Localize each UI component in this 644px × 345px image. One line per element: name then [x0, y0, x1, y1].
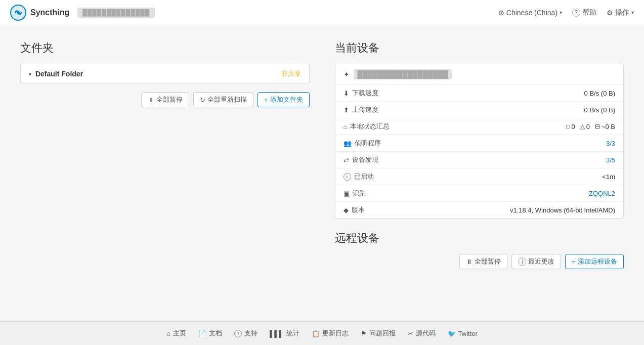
- device-id-text: ██████████████: [82, 9, 150, 16]
- footer-links: ⌂ 主页 📄 文档 ? 支持 ▌▌▌ 统计 📋 更新日志 ⚑ 问题回报 ✂ 源代…: [0, 329, 644, 338]
- home-status-icon: ⌂: [344, 123, 348, 131]
- actions-button[interactable]: ⚙ 操作 ▾: [607, 8, 634, 17]
- folder-status: 非共享: [281, 69, 301, 78]
- version-value: v1.18.4, Windows (64-bit Intel/AMD): [510, 206, 615, 214]
- brand: Syncthing: [10, 5, 69, 21]
- navbar: Syncthing ██████████████ ⊕ Chinese (Chin…: [0, 0, 644, 25]
- footer-stats-link[interactable]: ▌▌▌ 统计: [270, 329, 299, 338]
- pause-all-label: 全部暂停: [156, 95, 183, 104]
- footer-support-label: 支持: [244, 329, 257, 338]
- footer: ⌂ 主页 📄 文档 ? 支持 ▌▌▌ 统计 📋 更新日志 ⚑ 问题回报 ✂ 源代…: [0, 321, 644, 345]
- actions-chevron-icon: ▾: [631, 10, 634, 15]
- stats-icon: ▌▌▌: [270, 330, 284, 337]
- folder-name-text: Default Folder: [35, 70, 83, 78]
- footer-docs-label: 文档: [209, 329, 222, 338]
- footer-docs-link[interactable]: 📄 文档: [198, 329, 222, 338]
- footer-support-link[interactable]: ? 支持: [234, 329, 257, 338]
- recent-changes-button[interactable]: i 最近更改: [511, 254, 561, 269]
- syncthing-logo-icon: [10, 5, 26, 21]
- footer-twitter-link[interactable]: 🐦 Twitter: [448, 329, 478, 338]
- discovery-row: ⇄ 设备发现 3/5: [335, 152, 624, 168]
- docs-icon: 📄: [198, 330, 206, 337]
- add-folder-label: 添加文件夹: [270, 95, 303, 104]
- footer-stats-label: 统计: [286, 329, 299, 338]
- actions-label: 操作: [615, 8, 629, 17]
- recent-changes-label: 最近更改: [528, 257, 554, 266]
- dir-count: △ 0: [580, 123, 590, 131]
- remote-devices-title: 远程设备: [335, 231, 624, 246]
- clock-icon: ○: [344, 173, 351, 181]
- rescan-all-label: 全部重新扫描: [207, 95, 247, 104]
- add-remote-device-button[interactable]: + 添加远程设备: [565, 254, 624, 269]
- question-icon: ?: [572, 9, 580, 17]
- version-label: ◆ 版本: [344, 205, 365, 214]
- upload-icon: ⬆: [344, 106, 349, 114]
- add-folder-button[interactable]: + 添加文件夹: [257, 92, 310, 107]
- footer-home-label: 主页: [173, 329, 186, 338]
- uptime-label: ○ 已启动: [344, 172, 374, 181]
- footer-sourcecode-link[interactable]: ✂ 源代码: [408, 329, 436, 338]
- footer-sourcecode-label: 源代码: [416, 329, 436, 338]
- wrench-icon: ✦: [344, 70, 350, 78]
- folder-icon: ▪: [29, 70, 31, 78]
- pause-icon: ⏸: [148, 96, 154, 104]
- discovery-value[interactable]: 3/5: [606, 156, 615, 164]
- local-status-label: ⌂ 本地状态汇总: [344, 122, 390, 131]
- download-speed-row: ⬇ 下载速度 0 B/s (0 B): [335, 85, 624, 102]
- footer-changelog-label: 更新日志: [322, 329, 349, 338]
- chevron-down-icon: ▾: [560, 10, 562, 15]
- globe-icon: ⊕: [498, 9, 504, 17]
- svg-point-2: [17, 11, 20, 14]
- help-button[interactable]: ? 帮助: [572, 8, 596, 17]
- uptime-value: <1m: [602, 173, 615, 181]
- device-id-row: ▣ 识别 ZQQNL2: [335, 185, 624, 202]
- pause-remote-icon: ⏸: [466, 258, 473, 266]
- footer-home-link[interactable]: ⌂ 主页: [166, 329, 186, 338]
- changelog-icon: 📋: [312, 330, 320, 337]
- tag-icon: ◆: [344, 206, 349, 214]
- brand-name: Syncthing: [30, 8, 69, 17]
- add-remote-icon: +: [572, 258, 576, 266]
- rescan-icon: ↻: [200, 96, 205, 104]
- code-icon: ✂: [408, 330, 413, 337]
- upload-label: ⬆ 上传速度: [344, 105, 378, 114]
- listeners-icon: 👥: [344, 140, 352, 147]
- download-value: 0 B/s (0 B): [584, 90, 615, 97]
- folders-btn-group: ⏸ 全部暂停 ↻ 全部重新扫描 + 添加文件夹: [20, 92, 310, 107]
- local-status-row: ⌂ 本地状态汇总 □ 0 △ 0 ⊟ ~0 B: [335, 118, 624, 135]
- right-panel: 当前设备 ✦ ██████████████████ ⬇ 下载速度 0 B/s (…: [330, 40, 624, 306]
- language-selector[interactable]: ⊕ Chinese (China) ▾: [498, 9, 562, 17]
- gear-icon: ⚙: [607, 9, 613, 17]
- dir-icon: △: [580, 123, 585, 130]
- twitter-icon: 🐦: [448, 330, 456, 337]
- local-status-value: □ 0 △ 0 ⊟ ~0 B: [566, 123, 615, 131]
- discovery-icon: ⇄: [344, 156, 349, 164]
- remote-devices-btn-group: ⏸ 全部暂停 i 最近更改 + 添加远程设备: [335, 254, 624, 269]
- footer-bugreport-label: 问题回报: [369, 329, 396, 338]
- folders-panel: 文件夹 ▪ Default Folder 非共享 ⏸ 全部暂停 ↻ 全部重新扫描…: [20, 40, 330, 306]
- current-device-name: ██████████████████: [354, 69, 452, 79]
- current-device-title: 当前设备: [335, 40, 624, 56]
- folder-card: ▪ Default Folder 非共享: [20, 64, 310, 84]
- current-device-header: ✦ ██████████████████: [335, 64, 624, 85]
- version-row: ◆ 版本 v1.18.4, Windows (64-bit Intel/AMD): [335, 202, 624, 218]
- folder-header: ▪ Default Folder 非共享: [21, 64, 309, 83]
- id-icon: ▣: [344, 190, 350, 197]
- help-label: 帮助: [582, 8, 596, 17]
- device-id-value[interactable]: ZQQNL2: [589, 190, 615, 197]
- rescan-all-button[interactable]: ↻ 全部重新扫描: [193, 92, 253, 107]
- footer-changelog-link[interactable]: 📋 更新日志: [312, 329, 349, 338]
- listeners-value[interactable]: 3/3: [606, 140, 615, 147]
- file-count: □ 0: [566, 123, 575, 131]
- pause-all-folders-button[interactable]: ⏸ 全部暂停: [141, 92, 189, 107]
- uptime-row: ○ 已启动 <1m: [335, 168, 624, 185]
- language-label: Chinese (China): [506, 9, 557, 17]
- size-value: ⊟ ~0 B: [595, 123, 615, 131]
- footer-twitter-label: Twitter: [458, 330, 478, 337]
- listeners-label: 👥 侦听程序: [344, 139, 381, 148]
- device-id-label: ▣ 识别: [344, 189, 366, 198]
- pause-all-remote-label: 全部暂停: [475, 257, 501, 266]
- pause-all-remote-button[interactable]: ⏸ 全部暂停: [459, 254, 507, 269]
- upload-value: 0 B/s (0 B): [584, 106, 615, 114]
- footer-bugreport-link[interactable]: ⚑ 问题回报: [361, 329, 396, 338]
